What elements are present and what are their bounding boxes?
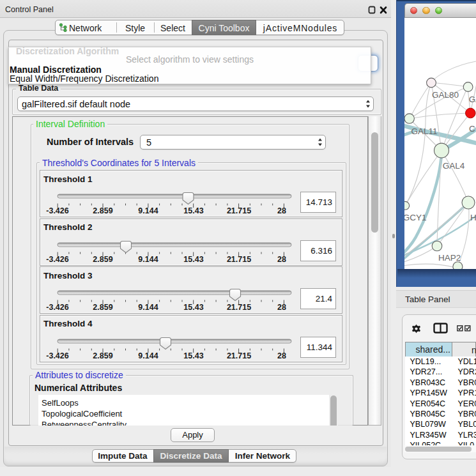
svg-text:GA: GA [469, 95, 476, 104]
svg-text:GCY1: GCY1 [404, 213, 427, 222]
svg-text:HAP2: HAP2 [438, 253, 461, 263]
svg-text:GAL11: GAL11 [411, 127, 437, 136]
svg-text:GAL80: GAL80 [432, 90, 459, 100]
svg-text:H: H [470, 213, 476, 222]
svg-text:GAL4: GAL4 [443, 161, 465, 171]
svg-text:C: C [469, 124, 475, 134]
